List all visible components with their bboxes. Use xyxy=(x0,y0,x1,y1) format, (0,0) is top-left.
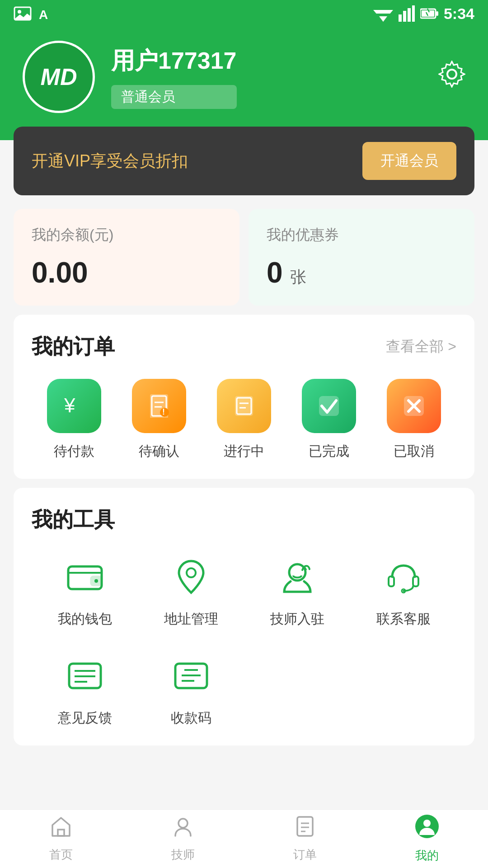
home-icon xyxy=(50,815,72,843)
order-icons-row: ¥ 待付款 ! 待确认 xyxy=(32,379,456,461)
svg-rect-8 xyxy=(408,8,411,22)
svg-marker-5 xyxy=(379,16,387,22)
order-label-4: 已取消 xyxy=(394,442,434,461)
settings-icon[interactable] xyxy=(438,61,465,94)
svg-rect-50 xyxy=(297,817,313,836)
vip-open-button[interactable]: 开通会员 xyxy=(362,142,456,180)
balance-card[interactable]: 我的余额(元) 0.00 xyxy=(14,209,239,306)
status-bar: A 5:34 xyxy=(0,0,488,27)
svg-rect-6 xyxy=(399,14,402,22)
username: 用户177317 xyxy=(111,45,237,77)
svg-rect-9 xyxy=(412,5,415,22)
order-icon-in-progress xyxy=(217,379,271,433)
tools-header: 我的工具 xyxy=(32,506,456,534)
orders-title: 我的订单 xyxy=(32,333,115,361)
avatar-initials: MD xyxy=(41,63,77,90)
svg-point-49 xyxy=(178,819,188,828)
svg-rect-48 xyxy=(58,830,64,836)
order-icon-completed xyxy=(302,379,356,433)
orders-view-all[interactable]: 查看全部 > xyxy=(386,337,456,357)
tools-section: 我的工具 我的钱包 地址管理 xyxy=(14,488,474,745)
orders-section: 我的订单 查看全部 > ¥ 待付款 ! xyxy=(14,315,474,479)
svg-point-15 xyxy=(447,70,456,79)
tools-row-1: 我的钱包 地址管理 技师入驻 xyxy=(32,552,456,628)
a-status-icon: A xyxy=(39,6,55,21)
tool-wallet[interactable]: 我的钱包 xyxy=(58,552,112,628)
nav-item-home[interactable]: 首页 xyxy=(0,815,122,863)
order-item-cancelled[interactable]: 已取消 xyxy=(387,379,441,461)
profile-info: 用户177317 普通会员 xyxy=(111,45,237,109)
clock: 5:34 xyxy=(444,5,474,23)
address-icon xyxy=(166,552,216,602)
coupon-value-row: 0 张 xyxy=(267,256,456,289)
coupon-label: 我的优惠券 xyxy=(267,225,456,245)
nav-label-technician: 技师 xyxy=(171,847,195,863)
order-label-2: 进行中 xyxy=(224,442,264,461)
order-item-completed[interactable]: 已完成 xyxy=(302,379,356,461)
tools-row-2: 意见反馈 收款码 xyxy=(32,651,456,727)
order-item-in-progress[interactable]: 进行中 xyxy=(217,379,271,461)
svg-point-55 xyxy=(423,820,431,827)
status-bar-right: 5:34 xyxy=(373,5,474,23)
svg-rect-12 xyxy=(436,11,438,16)
tool-technician[interactable]: 技师入驻 xyxy=(270,552,324,628)
avatar: MD xyxy=(23,41,95,113)
order-label-1: 待确认 xyxy=(139,442,179,461)
order-label-3: 已完成 xyxy=(309,442,349,461)
tool-label-feedback: 意见反馈 xyxy=(58,709,112,727)
vip-banner: 开通VIP享受会员折扣 开通会员 xyxy=(14,127,474,195)
order-item-pending-payment[interactable]: ¥ 待付款 xyxy=(47,379,101,461)
technician-icon xyxy=(272,552,322,602)
balance-value: 0.00 xyxy=(32,256,221,289)
order-icon-pending-payment: ¥ xyxy=(47,379,101,433)
tool-label-payment-code: 收款码 xyxy=(171,709,211,727)
svg-text:A: A xyxy=(39,8,48,21)
svg-point-32 xyxy=(94,579,98,583)
profile-left: MD 用户177317 普通会员 xyxy=(23,41,237,113)
tool-customer-service[interactable]: 联系客服 xyxy=(376,552,431,628)
order-icon-pending-confirm: ! xyxy=(132,379,186,433)
mine-nav-icon xyxy=(415,814,439,844)
wallet-icon xyxy=(60,552,110,602)
bottom-nav: 首页 技师 订单 我的 xyxy=(0,809,488,868)
tool-payment-code[interactable]: 收款码 xyxy=(138,651,244,727)
tool-address[interactable]: 地址管理 xyxy=(164,552,218,628)
header: MD 用户177317 普通会员 xyxy=(0,27,488,140)
nav-item-order[interactable]: 订单 xyxy=(244,815,366,863)
tools-title: 我的工具 xyxy=(32,506,115,534)
svg-rect-7 xyxy=(403,11,406,22)
nav-label-order: 订单 xyxy=(293,847,317,863)
member-badge: 普通会员 xyxy=(111,85,237,109)
wifi-icon xyxy=(373,5,393,22)
customer-service-icon xyxy=(379,552,428,602)
coupon-card[interactable]: 我的优惠券 0 张 xyxy=(249,209,474,306)
tool-label-address: 地址管理 xyxy=(164,610,218,628)
svg-rect-37 xyxy=(413,576,418,586)
status-bar-left: A xyxy=(14,6,55,21)
order-icon-cancelled xyxy=(387,379,441,433)
profile-row: MD 用户177317 普通会员 xyxy=(23,41,465,113)
technician-nav-icon xyxy=(172,815,194,843)
nav-label-home: 首页 xyxy=(49,847,73,863)
balance-label: 我的余额(元) xyxy=(32,225,221,245)
cards-row: 我的余额(元) 0.00 我的优惠券 0 张 xyxy=(14,209,474,306)
tool-label-technician: 技师入驻 xyxy=(270,610,324,628)
nav-item-mine[interactable]: 我的 xyxy=(366,814,488,863)
svg-text:!: ! xyxy=(162,407,165,416)
svg-text:¥: ¥ xyxy=(64,394,75,416)
image-status-icon xyxy=(14,6,32,21)
order-nav-icon xyxy=(294,815,316,843)
svg-rect-36 xyxy=(389,576,394,586)
tool-label-customer-service: 联系客服 xyxy=(376,610,431,628)
feedback-icon xyxy=(60,651,110,701)
coupon-value: 0 xyxy=(267,256,283,289)
order-item-pending-confirm[interactable]: ! 待确认 xyxy=(132,379,186,461)
orders-header: 我的订单 查看全部 > xyxy=(32,333,456,361)
payment-code-icon xyxy=(166,651,216,701)
nav-label-mine: 我的 xyxy=(415,848,439,863)
svg-point-1 xyxy=(18,10,21,14)
tool-feedback[interactable]: 意见反馈 xyxy=(32,651,138,727)
nav-item-technician[interactable]: 技师 xyxy=(122,815,244,863)
tool-label-wallet: 我的钱包 xyxy=(58,610,112,628)
order-label-0: 待付款 xyxy=(54,442,94,461)
